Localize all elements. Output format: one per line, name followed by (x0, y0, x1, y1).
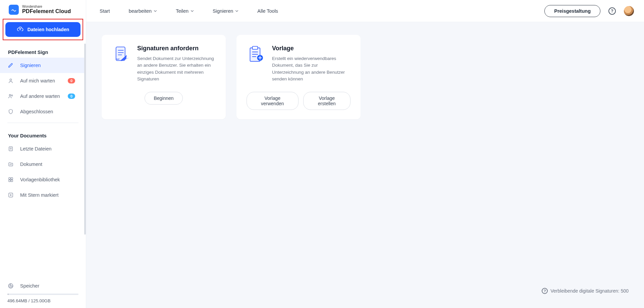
sidebar-item-label: Vorlagenbibliothek (20, 177, 60, 182)
star-icon (7, 192, 14, 198)
use-template-button[interactable]: Vorlage verwenden (247, 92, 299, 110)
create-template-button[interactable]: Vorlage erstellen (303, 92, 351, 110)
svg-rect-8 (11, 180, 13, 182)
sidebar-item-document[interactable]: Dokument (0, 157, 86, 172)
brand-big: PDFelement Cloud (22, 9, 71, 14)
sidebar-item-storage[interactable]: Speicher (0, 278, 86, 294)
remaining-signatures-note: ? Verbleibende digitale Signaturen: 500 (542, 288, 629, 295)
sidebar-item-label: Auf andere warten (20, 94, 60, 99)
nav-all-tools[interactable]: Alle Tools (257, 8, 278, 14)
nav-label: Start (100, 8, 110, 14)
svg-rect-4 (9, 147, 13, 151)
shield-check-icon (7, 109, 14, 115)
nav-label: bearbeiten (129, 8, 152, 14)
card-request-signatures: Signaturen anfordern Sendet Dokument zur… (102, 35, 226, 119)
nav-label: Teilen (176, 8, 189, 14)
sidebar-item-label: Mit Stern markiert (20, 192, 58, 198)
brand-mark-icon (9, 5, 19, 15)
remaining-signatures-text: Verbleibende digitale Signaturen: 500 (550, 288, 629, 294)
pie-chart-icon (7, 283, 14, 289)
cards-row: Signaturen anfordern Sendet Dokument zur… (102, 35, 629, 119)
sidebar-item-label: Dokument (20, 162, 42, 167)
storage-progress-fill (7, 294, 9, 295)
upload-button-label: Dateien hochladen (28, 27, 69, 32)
template-clipboard-icon (247, 45, 265, 64)
storage-text: 496.64MB / 125.00GB (0, 295, 86, 308)
sidebar-item-label: Speicher (20, 283, 39, 289)
card-description: Erstellt ein wiederverwendbares Dokument… (272, 55, 351, 82)
badge-waiting-others: 0 (68, 94, 75, 99)
nav-sign[interactable]: Signieren (213, 8, 238, 14)
sidebar-item-completed[interactable]: Abgeschlossen (0, 104, 86, 119)
svg-rect-6 (11, 178, 13, 179)
begin-button[interactable]: Beginnen (145, 92, 182, 105)
svg-point-2 (9, 95, 11, 96)
sidebar-item-label: Letzte Dateien (20, 146, 52, 151)
sidebar-item-templates[interactable]: Vorlagenbibliothek (0, 172, 86, 187)
card-title: Vorlage (272, 45, 351, 52)
top-nav: Start bearbeiten Teilen Signieren Alle T… (100, 8, 278, 14)
sidebar-item-label: Signieren (20, 63, 41, 68)
sidebar-item-sign[interactable]: Signieren (0, 58, 86, 73)
user-icon (7, 78, 14, 84)
nav-label: Signieren (213, 8, 233, 14)
card-title: Signaturen anfordern (137, 45, 216, 52)
sidebar-item-starred[interactable]: Mit Stern markiert (0, 187, 86, 203)
brand-logo[interactable]: Wondershare PDFelement Cloud (0, 0, 86, 18)
sidebar-item-waiting-me[interactable]: Auf mich warten 0 (0, 73, 86, 88)
section-title-docs: Your Documents (0, 126, 86, 141)
help-icon[interactable]: ? (608, 7, 616, 15)
sidebar-scrollbar-thumb[interactable] (84, 44, 86, 235)
brand-text: Wondershare PDFelement Cloud (22, 5, 71, 14)
badge-waiting-me: 0 (68, 78, 75, 83)
topbar: Start bearbeiten Teilen Signieren Alle T… (86, 0, 644, 22)
sidebar-item-label: Abgeschlossen (20, 109, 53, 114)
svg-point-3 (11, 95, 13, 96)
pricing-button[interactable]: Preisgestaltung (544, 5, 600, 17)
storage-progress (7, 294, 78, 295)
upload-button[interactable]: Dateien hochladen (5, 22, 80, 37)
pen-icon (7, 62, 14, 68)
section-title-sign: PDFelement Sign (0, 43, 86, 58)
sidebar: Wondershare PDFelement Cloud Dateien hoc… (0, 0, 86, 308)
nav-label: Alle Tools (257, 8, 278, 14)
svg-rect-7 (9, 180, 10, 182)
user-avatar[interactable] (624, 6, 634, 16)
sidebar-list-sign: Signieren Auf mich warten 0 Auf andere w… (0, 58, 86, 119)
info-icon[interactable]: ? (542, 288, 548, 294)
svg-rect-5 (9, 178, 10, 179)
nav-share[interactable]: Teilen (176, 8, 194, 14)
sidebar-item-label: Auf mich warten (20, 78, 55, 83)
chevron-down-icon (235, 9, 238, 13)
card-description: Sendet Dokument zur Unterzeichnung an an… (137, 55, 216, 82)
app-root: Wondershare PDFelement Cloud Dateien hoc… (0, 0, 644, 308)
cloud-upload-icon (17, 26, 23, 34)
recent-files-icon (7, 146, 14, 152)
template-grid-icon (7, 177, 14, 183)
main-area: Start bearbeiten Teilen Signieren Alle T… (86, 0, 644, 308)
storage-block: Speicher 496.64MB / 125.00GB (0, 278, 86, 308)
sidebar-item-recent[interactable]: Letzte Dateien (0, 141, 86, 157)
upload-highlight-box: Dateien hochladen (3, 19, 83, 40)
nav-start[interactable]: Start (100, 8, 110, 14)
chevron-down-icon (191, 9, 194, 13)
topbar-right: Preisgestaltung ? (544, 5, 634, 17)
content-area: Signaturen anfordern Sendet Dokument zur… (86, 22, 644, 308)
folder-icon (7, 161, 14, 167)
sidebar-item-waiting-others[interactable]: Auf andere warten 0 (0, 88, 86, 104)
card-template: Vorlage Erstellt ein wiederverwendbares … (236, 35, 361, 119)
sidebar-scrollbar[interactable] (84, 44, 86, 308)
chevron-down-icon (154, 9, 157, 13)
svg-point-1 (10, 79, 11, 80)
sidebar-list-docs: Letzte Dateien Dokument Vorlagenbiblioth… (0, 141, 86, 203)
nav-edit[interactable]: bearbeiten (129, 8, 157, 14)
document-send-icon (112, 45, 130, 64)
sidebar-divider (7, 123, 78, 123)
svg-rect-12 (253, 46, 258, 49)
users-icon (7, 93, 14, 99)
